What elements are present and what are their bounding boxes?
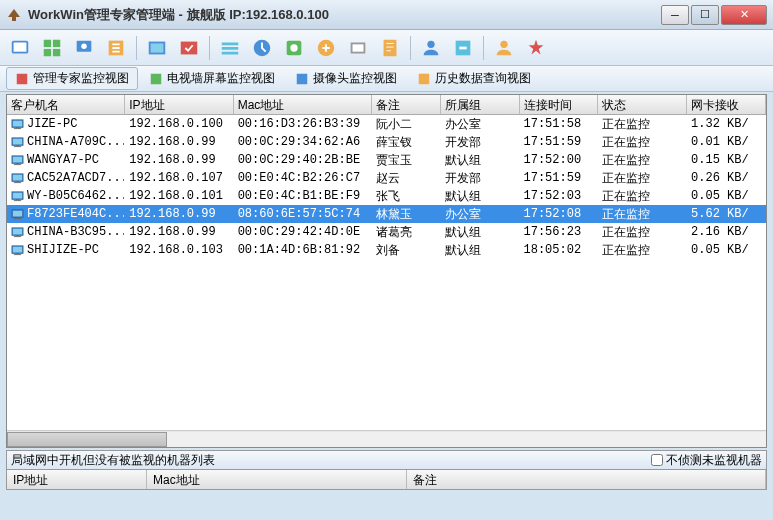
toolbar-btn-4[interactable] [102,34,130,62]
toolbar-btn-16[interactable] [522,34,550,62]
svg-rect-53 [14,236,21,237]
column-header[interactable]: 网卡接收 [687,95,766,114]
view-tab-2[interactable]: 摄像头监控视图 [286,67,406,90]
toolbar-btn-3[interactable] [70,34,98,62]
column-header[interactable]: 所属组 [441,95,520,114]
svg-rect-24 [297,73,308,84]
table-cell: 17:52:03 [520,188,599,204]
table-cell: 张飞 [372,187,441,206]
table-cell: 贾宝玉 [372,151,441,170]
table-cell: 17:52:00 [520,152,599,168]
toolbar-btn-1[interactable] [6,34,34,62]
table-cell: 正在监控 [598,241,687,260]
svg-rect-51 [13,228,22,234]
toolbar-btn-14[interactable] [449,34,477,62]
table-cell: 18:05:02 [520,242,599,258]
client-table: 客户机名IP地址Mac地址备注所属组连接时间状态网卡接收 JIZE-PC192.… [6,94,767,448]
svg-rect-39 [13,174,22,180]
svg-rect-57 [14,254,21,255]
table-cell: 0.26 KB/ [687,170,766,186]
toolbar-btn-11[interactable] [344,34,372,62]
table-cell: 默认组 [441,187,520,206]
bottom-column-header[interactable]: 备注 [407,470,766,489]
bottom-label: 局域网中开机但没有被监视的机器列表 [11,452,651,469]
svg-rect-56 [16,253,20,254]
table-cell: 192.168.0.99 [125,152,233,168]
table-row[interactable]: SHIJIZE-PC192.168.0.10300:1A:4D:6B:81:92… [7,241,766,259]
column-header[interactable]: IP地址 [125,95,233,114]
view-tab-0[interactable]: 管理专家监控视图 [6,67,138,90]
column-header[interactable]: Mac地址 [234,95,372,114]
bottom-column-header[interactable]: IP地址 [7,470,147,489]
table-row[interactable]: CHINA-B3C95...192.168.0.9900:0C:29:42:4D… [7,223,766,241]
view-tab-1[interactable]: 电视墙屏幕监控视图 [140,67,284,90]
table-row[interactable]: WANGYA7-PC192.168.0.9900:0C:29:40:2B:BE贾… [7,151,766,169]
toolbar-btn-12[interactable] [376,34,404,62]
toolbar-btn-5[interactable] [143,34,171,62]
toolbar-btn-15[interactable] [490,34,518,62]
svg-point-14 [290,44,297,51]
table-row[interactable]: WY-B05C6462...192.168.0.10100:E0:4C:B1:B… [7,187,766,205]
table-cell: 开发部 [441,169,520,188]
svg-rect-35 [13,156,22,162]
svg-rect-31 [13,138,22,144]
column-header[interactable]: 连接时间 [520,95,599,114]
svg-rect-43 [13,192,22,198]
table-row[interactable]: F8723FE404C...192.168.0.9908:60:6E:57:5C… [7,205,766,223]
table-body: JIZE-PC192.168.0.10000:16:D3:26:B3:39阮小二… [7,115,766,430]
table-cell: 00:0C:29:34:62:A6 [234,134,372,150]
toolbar-btn-7[interactable] [216,34,244,62]
pc-icon [11,209,24,220]
table-cell: 17:51:59 [520,170,599,186]
column-header[interactable]: 状态 [598,95,687,114]
bottom-column-header[interactable]: Mac地址 [147,470,407,489]
minimize-button[interactable]: ─ [661,5,689,25]
table-cell: 刘备 [372,241,441,260]
toolbar-btn-13[interactable] [417,34,445,62]
svg-rect-29 [14,128,21,129]
table-cell: 正在监控 [598,169,687,188]
horizontal-scrollbar[interactable] [7,430,766,447]
column-header[interactable]: 客户机名 [7,95,125,114]
table-cell: 1.32 KB/ [687,116,766,132]
table-row[interactable]: CHINA-A709C...192.168.0.9900:0C:29:34:62… [7,133,766,151]
table-cell: CAC52A7ACD7... [7,170,125,186]
table-cell: 办公室 [441,115,520,134]
detect-checkbox[interactable]: 不侦测未监视机器 [651,452,762,469]
svg-rect-5 [53,48,60,55]
table-cell: 17:56:23 [520,224,599,240]
maximize-button[interactable]: ☐ [691,5,719,25]
table-cell: 赵云 [372,169,441,188]
table-row[interactable]: JIZE-PC192.168.0.10000:16:D3:26:B3:39阮小二… [7,115,766,133]
svg-rect-45 [14,200,21,201]
toolbar-btn-2[interactable] [38,34,66,62]
column-header[interactable]: 备注 [372,95,441,114]
svg-point-19 [427,40,434,47]
toolbar-btn-10[interactable] [312,34,340,62]
scroll-thumb[interactable] [7,432,167,447]
table-cell: 192.168.0.99 [125,206,233,222]
pc-icon [11,155,24,166]
table-cell: 薛宝钗 [372,133,441,152]
table-cell: 192.168.0.101 [125,188,233,204]
table-cell: 192.168.0.99 [125,134,233,150]
toolbar-btn-6[interactable] [175,34,203,62]
tab-icon [295,72,309,86]
view-tab-3[interactable]: 历史数据查询视图 [408,67,540,90]
toolbar-btn-8[interactable] [248,34,276,62]
table-row[interactable]: CAC52A7ACD7...192.168.0.10700:E0:4C:B2:2… [7,169,766,187]
svg-rect-2 [44,39,51,46]
table-cell: 诸葛亮 [372,223,441,242]
table-cell: 00:0C:29:42:4D:0E [234,224,372,240]
svg-rect-11 [181,41,198,54]
toolbar-btn-9[interactable] [280,34,308,62]
table-cell: 17:52:08 [520,206,599,222]
svg-rect-40 [16,181,20,182]
svg-rect-33 [14,146,21,147]
close-button[interactable]: ✕ [721,5,767,25]
table-cell: 办公室 [441,205,520,224]
table-cell: F8723FE404C... [7,206,125,222]
svg-point-7 [81,43,87,49]
svg-rect-1 [14,42,27,51]
table-cell: 开发部 [441,133,520,152]
